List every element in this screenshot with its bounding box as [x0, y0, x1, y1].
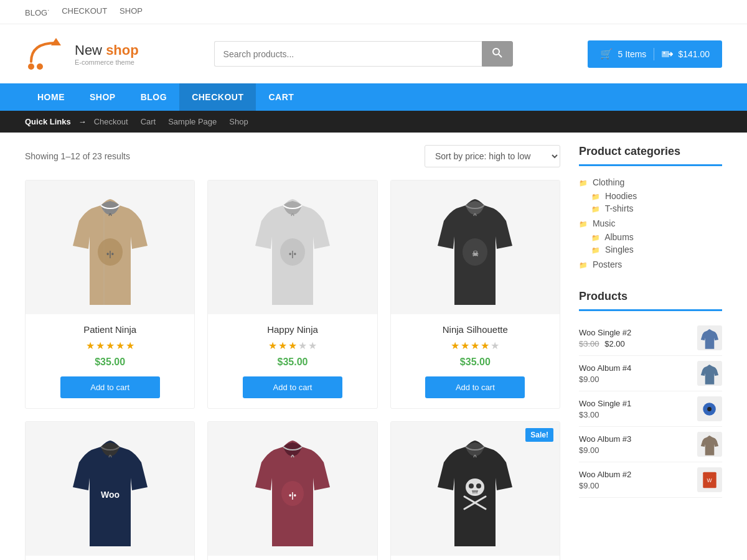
hoodie-svg: •|• [252, 190, 333, 305]
price: $9.00 [579, 481, 599, 490]
product-stars: ★★★★★ [218, 340, 367, 352]
add-to-cart-button[interactable]: Add to cart [425, 376, 525, 398]
category-link-posters[interactable]: Posters [593, 259, 622, 269]
product-list-link[interactable]: Woo Album #4 [579, 363, 691, 373]
quick-link-shop[interactable]: Shop [229, 117, 248, 126]
sidebar-product-item: Woo Single #2 $3.00 $2.00 [579, 320, 722, 356]
search-form [214, 41, 513, 67]
nav-checkout[interactable]: CHECKOUT [179, 83, 256, 111]
product-stars: ★★★★★ [35, 340, 184, 352]
nav-home[interactable]: HOME [25, 83, 77, 111]
product-card: Woo Woo Ninja $35.00 Add to cart [25, 421, 195, 560]
product-image: Sale! [391, 422, 560, 556]
product-image: •|• [208, 180, 377, 314]
product-thumbnail [697, 432, 722, 457]
product-image: •|• [26, 180, 194, 314]
product-list-price: $9.00 [579, 375, 691, 384]
product-info: Ninja Silhouette $35.00 Add to cart [391, 556, 560, 560]
thumb-svg [700, 398, 719, 420]
folder-icon: 📁 [591, 193, 600, 200]
product-list-link[interactable]: Woo Single #2 [579, 328, 691, 337]
header: New shop E-commerce theme 🛒 5 Items $141… [0, 24, 747, 83]
category-item-music: 📁 Music 📁 Albums 📁 Singles [579, 217, 722, 258]
sort-select[interactable]: Sort by price: high to low Sort by price… [425, 145, 560, 167]
product-info: Patient Ninja ★★★★★ $35.00 Add to cart [26, 314, 194, 408]
subcategory-item-albums: 📁 Albums [591, 231, 722, 243]
cart-icon: 🛒 [600, 48, 613, 60]
quick-link-cart[interactable]: Cart [141, 117, 156, 126]
product-image: •|• [208, 422, 377, 556]
product-list-price: $3.00 [579, 410, 691, 419]
categories-section: Product categories 📁 Clothing 📁 Hoodies … [579, 145, 722, 271]
main-content: Showing 1–12 of 23 results Sort by price… [0, 133, 747, 560]
svg-marker-0 [51, 38, 61, 45]
hoodie-svg [435, 431, 515, 546]
search-input[interactable] [214, 41, 482, 67]
price: $9.00 [579, 446, 599, 455]
product-list-link[interactable]: Woo Album #2 [579, 470, 691, 479]
product-list-link[interactable]: Woo Album #3 [579, 434, 691, 444]
product-price: $35.00 [35, 357, 184, 368]
subcategory-item-singles: 📁 Singles [591, 243, 722, 256]
category-list: 📁 Clothing 📁 Hoodies 📁 T-shirts [579, 175, 722, 271]
subcategory-link-hoodies[interactable]: Hoodies [605, 191, 637, 201]
add-to-cart-button[interactable]: Add to cart [60, 376, 160, 398]
logo-svg [25, 37, 68, 71]
sidebar-products-title: Products [579, 290, 722, 311]
quick-links-label: Quick Links [25, 117, 71, 126]
product-card: •|• Happy Ninja $35.00 Add to cart [207, 421, 377, 560]
svg-text:Woo: Woo [101, 490, 120, 500]
sidebar: Product categories 📁 Clothing 📁 Hoodies … [579, 145, 722, 560]
product-image: ☠ [391, 180, 560, 314]
category-link-clothing[interactable]: Clothing [593, 177, 624, 187]
product-list-link[interactable]: Woo Single #1 [579, 399, 691, 408]
thumb-svg: W [700, 469, 719, 491]
category-link-music[interactable]: Music [593, 218, 616, 228]
svg-point-3 [493, 49, 499, 55]
sale-badge: Sale! [525, 428, 553, 442]
svg-rect-5 [662, 51, 669, 57]
quick-link-checkout[interactable]: Checkout [94, 117, 128, 126]
topbar-shop[interactable]: SHOP [120, 6, 143, 17]
add-to-cart-button[interactable]: Add to cart [243, 376, 342, 398]
subcategory-link-albums[interactable]: Albums [604, 232, 634, 242]
product-image: Woo [26, 422, 194, 556]
topbar-checkout[interactable]: CHECKOUT [62, 6, 107, 17]
arrow-right-icon: → [78, 117, 87, 126]
logo-tagline: E-commerce theme [75, 58, 139, 66]
cart-button[interactable]: 🛒 5 Items $141.00 [588, 40, 722, 68]
thumb-svg [700, 327, 719, 349]
hoodie-svg: Woo [70, 431, 151, 546]
svg-point-17 [469, 483, 474, 488]
folder-icon: 📁 [591, 205, 600, 213]
product-list-price: $3.00 $2.00 [579, 339, 691, 348]
sub-category-list: 📁 Hoodies 📁 T-shirts [579, 190, 722, 215]
logo-icon [25, 37, 68, 71]
sidebar-product-item: Woo Single #1 $3.00 [579, 391, 722, 427]
product-name: Ninja Silhouette [401, 324, 550, 335]
quick-link-sample[interactable]: Sample Page [168, 117, 217, 126]
nav-blog[interactable]: BLOG [128, 83, 179, 111]
product-card: Sale! [390, 421, 560, 560]
sidebar-product-item: Woo Album #4 $9.00 [579, 356, 722, 391]
product-grid: •|• Patient Ninja ★★★★★ $35.00 Add to ca… [25, 180, 560, 560]
price: $9.00 [579, 375, 599, 384]
product-price: $35.00 [218, 357, 367, 368]
product-name: Happy Ninja [218, 324, 367, 335]
nav-cart[interactable]: CART [256, 83, 306, 111]
quick-links-bar: Quick Links → Checkout Cart Sample Page … [0, 111, 747, 133]
product-price: $35.00 [401, 357, 550, 368]
logo: New shop E-commerce theme [25, 37, 139, 71]
svg-line-4 [499, 54, 502, 57]
search-button[interactable] [482, 41, 513, 67]
subcategory-item-hoodies: 📁 Hoodies [591, 190, 722, 202]
product-list-price: $9.00 [579, 481, 691, 490]
svg-text:•|•: •|• [289, 250, 296, 258]
cart-items: 5 Items [618, 49, 646, 59]
topbar-blog[interactable]: BLOG· [25, 6, 49, 17]
nav-shop[interactable]: SHOP [77, 83, 128, 111]
cart-divider [654, 48, 654, 60]
new-price: $2.00 [604, 339, 625, 348]
subcategory-link-tshirts[interactable]: T-shirts [605, 203, 634, 213]
subcategory-link-singles[interactable]: Singles [605, 245, 634, 254]
